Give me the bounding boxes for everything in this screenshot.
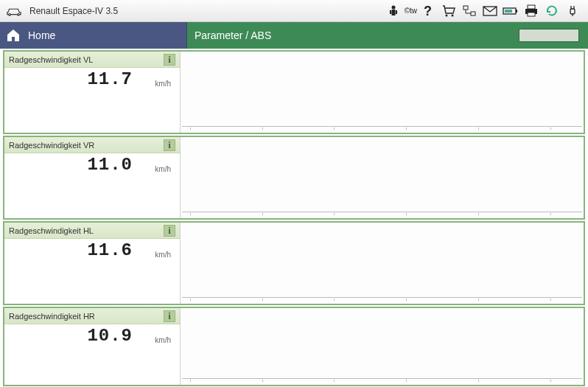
svg-point-7	[446, 14, 448, 16]
param-value-area: 11.7km/h	[4, 68, 180, 89]
svg-rect-17	[528, 13, 535, 16]
svg-rect-14	[505, 10, 512, 13]
param-header: Radgeschwindigkeit VLi	[4, 52, 180, 68]
svg-point-8	[452, 14, 454, 16]
parameter-row: Radgeschwindigkeit HRi10.9km/h	[3, 307, 585, 386]
vehicle-title: Renault Espace-IV 3.5	[29, 6, 118, 16]
param-chart	[180, 308, 584, 385]
home-icon	[6, 29, 21, 42]
mail-icon[interactable]	[480, 3, 500, 19]
param-value: 11.6	[4, 240, 133, 260]
param-left: Radgeschwindigkeit VRi11.0km/h	[4, 137, 180, 218]
svg-rect-15	[528, 5, 535, 9]
otw-label: ©tw	[405, 3, 417, 19]
svg-rect-18	[570, 9, 575, 14]
param-value-area: 10.9km/h	[4, 324, 180, 346]
param-header: Radgeschwindigkeit HRi	[4, 308, 180, 324]
svg-text:?: ?	[424, 4, 432, 18]
parameter-row: Radgeschwindigkeit VLi11.7km/h	[3, 50, 585, 134]
info-icon[interactable]: i	[164, 225, 175, 237]
param-unit: km/h	[139, 165, 174, 173]
param-left: Radgeschwindigkeit HLi11.6km/h	[4, 223, 180, 304]
titlebar: Renault Espace-IV 3.5 ©tw ?	[0, 0, 588, 22]
progress-bar	[519, 29, 579, 42]
param-value-area: 11.0km/h	[4, 153, 180, 175]
svg-rect-5	[396, 10, 397, 14]
param-value: 11.0	[4, 155, 133, 175]
param-name: Radgeschwindigkeit VR	[9, 141, 164, 150]
param-chart	[180, 52, 584, 133]
help-icon[interactable]: ?	[419, 3, 438, 19]
param-unit: km/h	[139, 251, 174, 259]
svg-rect-13	[516, 10, 517, 13]
person-icon[interactable]	[384, 3, 403, 19]
home-label: Home	[28, 29, 55, 41]
param-value-area: 11.6km/h	[4, 239, 180, 260]
param-value: 10.9	[4, 326, 133, 346]
plug-icon[interactable]	[563, 3, 582, 19]
info-icon[interactable]: i	[164, 54, 175, 66]
parameter-row: Radgeschwindigkeit HLi11.6km/h	[3, 221, 585, 305]
param-header: Radgeschwindigkeit HLi	[4, 223, 180, 239]
param-chart	[180, 137, 584, 218]
content-area: Radgeschwindigkeit VLi11.7km/hRadgeschwi…	[0, 49, 588, 387]
param-left: Radgeschwindigkeit VLi11.7km/h	[4, 52, 180, 133]
param-chart	[180, 223, 584, 304]
param-header: Radgeschwindigkeit VRi	[4, 137, 180, 153]
refresh-icon[interactable]	[542, 3, 561, 19]
svg-rect-9	[463, 6, 468, 10]
nav-breadcrumb: Parameter / ABS	[187, 22, 588, 49]
param-name: Radgeschwindigkeit HR	[9, 312, 164, 321]
car-icon	[6, 5, 22, 17]
breadcrumb-text: Parameter / ABS	[195, 29, 519, 41]
nav-home[interactable]: Home	[0, 22, 187, 49]
svg-rect-3	[391, 10, 395, 15]
network-icon[interactable]	[460, 3, 479, 19]
param-name: Radgeschwindigkeit VL	[9, 55, 164, 64]
printer-icon[interactable]	[522, 3, 541, 19]
parameter-row: Radgeschwindigkeit VRi11.0km/h	[3, 136, 585, 220]
param-left: Radgeschwindigkeit HRi10.9km/h	[4, 308, 180, 385]
info-icon[interactable]: i	[164, 139, 175, 151]
param-unit: km/h	[139, 80, 174, 88]
cart-icon[interactable]	[439, 3, 458, 19]
svg-rect-10	[471, 12, 475, 15]
battery-icon[interactable]	[501, 3, 520, 19]
svg-rect-4	[390, 10, 391, 14]
param-value: 11.7	[4, 69, 133, 89]
param-unit: km/h	[139, 336, 174, 344]
svg-point-0	[9, 13, 11, 15]
svg-point-2	[391, 5, 395, 9]
param-name: Radgeschwindigkeit HL	[9, 226, 164, 235]
svg-point-1	[18, 13, 20, 15]
info-icon[interactable]: i	[164, 310, 175, 322]
navbar: Home Parameter / ABS	[0, 22, 588, 49]
